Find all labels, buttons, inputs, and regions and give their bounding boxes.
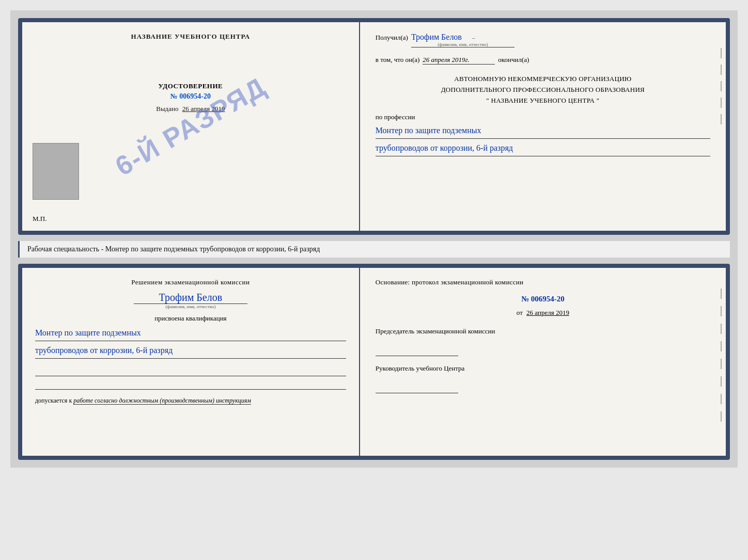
side-line-b5 bbox=[721, 359, 722, 369]
photo-box bbox=[33, 143, 79, 200]
vydano-label: Выдано bbox=[156, 105, 178, 113]
side-line-2 bbox=[721, 65, 722, 75]
ot-label: от bbox=[517, 309, 523, 316]
ot-date-value: 26 апреля 2019 bbox=[526, 309, 569, 316]
rukovoditel-signature-line bbox=[376, 383, 458, 393]
vtom-line: в том, что он(а) 26 апреля 2019г. окончи… bbox=[376, 56, 710, 65]
page-wrapper: НАЗВАНИЕ УЧЕБНОГО ЦЕНТРА 6-й разряд УДОС… bbox=[10, 10, 738, 468]
side-line-b8 bbox=[721, 411, 722, 422]
cert-number-top: № 006954-20 bbox=[158, 92, 223, 101]
kvalifikaciya-line2: трубопроводов от коррозии, 6-й разряд bbox=[35, 343, 346, 359]
side-line-3 bbox=[721, 81, 722, 91]
dopuskaetsya-block: допускается к работе согласно должностны… bbox=[35, 397, 346, 405]
protocol-number: № 006954-20 bbox=[376, 295, 710, 303]
fio-handwritten-bottom: Трофим Белов bbox=[134, 292, 247, 304]
poluchil-line: Получил(а) Трофим Белов – (фамилия, имя,… bbox=[376, 33, 710, 47]
resheniem-title: Решением экзаменационной комиссии bbox=[35, 278, 346, 286]
specialty-banner: Рабочая специальность - Монтер по защите… bbox=[18, 241, 730, 258]
kvalifikaciya-line1: Монтер по защите подземных bbox=[35, 326, 346, 341]
rukovoditel-title: Руководитель учебного Центра bbox=[376, 364, 710, 373]
rukovoditel-block: Руководитель учебного Центра bbox=[376, 364, 710, 393]
predsedatel-block: Председатель экзаменационной комиссии bbox=[376, 327, 710, 356]
predsedatel-signature-line bbox=[376, 346, 458, 356]
org-name-line: " НАЗВАНИЕ УЧЕБНОГО ЦЕНТРА " bbox=[376, 95, 710, 106]
cert-title-left: НАЗВАНИЕ УЧЕБНОГО ЦЕНТРА bbox=[131, 33, 251, 41]
ot-date: от 26 апреля 2019 bbox=[376, 309, 710, 317]
vtom-date: 26 апреля 2019г. bbox=[423, 56, 495, 65]
org-name: НАЗВАНИЕ УЧЕБНОГО ЦЕНТРА bbox=[491, 97, 595, 104]
poluchil-name: Трофим Белов – (фамилия, имя, отчество) bbox=[411, 33, 515, 47]
bottom-line-1 bbox=[35, 365, 346, 376]
dopuskaetsya-label: допускается к bbox=[35, 397, 72, 404]
prisvoena-label: присвоена квалификация bbox=[35, 314, 346, 323]
certificate-bottom: Решением экзаменационной комиссии Трофим… bbox=[18, 264, 730, 460]
right-side-lines-top bbox=[721, 48, 722, 124]
fio-section-bottom: Трофим Белов (фамилия, имя, отчество) bbox=[35, 292, 346, 309]
side-line-b6 bbox=[721, 376, 722, 387]
certificate-top: НАЗВАНИЕ УЧЕБНОГО ЦЕНТРА 6-й разряд УДОС… bbox=[18, 18, 730, 235]
side-line-b7 bbox=[721, 394, 722, 404]
bottom-left: Решением экзаменационной комиссии Трофим… bbox=[22, 268, 360, 456]
vydano-date: 26 апреля 2019 bbox=[182, 105, 225, 113]
vydano-line: Выдано 26 апреля 2019 bbox=[156, 105, 225, 113]
vtom-prefix: в том, что он(а) bbox=[376, 56, 420, 64]
profession-line1: Монтер по защите подземных bbox=[376, 123, 710, 139]
org-block: АВТОНОМНУЮ НЕКОММЕРЧЕСКУЮ ОРГАНИЗАЦИЮ ДО… bbox=[376, 74, 710, 106]
osnovanie-text: Основание: протокол экзаменационной коми… bbox=[376, 278, 710, 286]
right-side-lines-bottom bbox=[721, 289, 722, 422]
side-line-b3 bbox=[721, 324, 722, 334]
bottom-right: Основание: протокол экзаменационной коми… bbox=[360, 268, 726, 456]
org-line2: ДОПОЛНИТЕЛЬНОГО ПРОФЕССИОНАЛЬНОГО ОБРАЗО… bbox=[376, 85, 710, 95]
cert-right: Получил(а) Трофим Белов – (фамилия, имя,… bbox=[360, 22, 726, 231]
side-line-b4 bbox=[721, 341, 722, 351]
fio-hint-bottom: (фамилия, имя, отчество) bbox=[35, 304, 346, 309]
poluchil-label: Получил(а) bbox=[376, 34, 408, 42]
udostoverenie-title: УДОСТОВЕРЕНИЕ bbox=[158, 82, 223, 90]
fio-hint-top: (фамилия, имя, отчество) bbox=[411, 42, 515, 47]
side-line-5 bbox=[721, 114, 722, 124]
side-line-b2 bbox=[721, 306, 722, 316]
org-line1: АВТОНОМНУЮ НЕКОММЕРЧЕСКУЮ ОРГАНИЗАЦИЮ bbox=[376, 74, 710, 85]
mp-label: М.П. bbox=[33, 215, 46, 223]
bottom-lines bbox=[35, 365, 346, 390]
cert-left: НАЗВАНИЕ УЧЕБНОГО ЦЕНТРА 6-й разряд УДОС… bbox=[22, 22, 360, 231]
udostoverenie-section: УДОСТОВЕРЕНИЕ № 006954-20 bbox=[158, 82, 223, 101]
okonchil-label: окончил(а) bbox=[498, 56, 529, 64]
side-line-4 bbox=[721, 98, 722, 108]
side-line-b1 bbox=[721, 289, 722, 299]
profession-line2: трубопроводов от коррозии, 6-й разряд bbox=[376, 141, 710, 156]
side-line-1 bbox=[721, 48, 722, 58]
predsedatel-title: Председатель экзаменационной комиссии bbox=[376, 327, 710, 335]
bottom-line-2 bbox=[35, 378, 346, 390]
dopuskaetsya-value: работе согласно должностным (производств… bbox=[73, 397, 251, 405]
po-professii: по профессии bbox=[376, 113, 710, 121]
